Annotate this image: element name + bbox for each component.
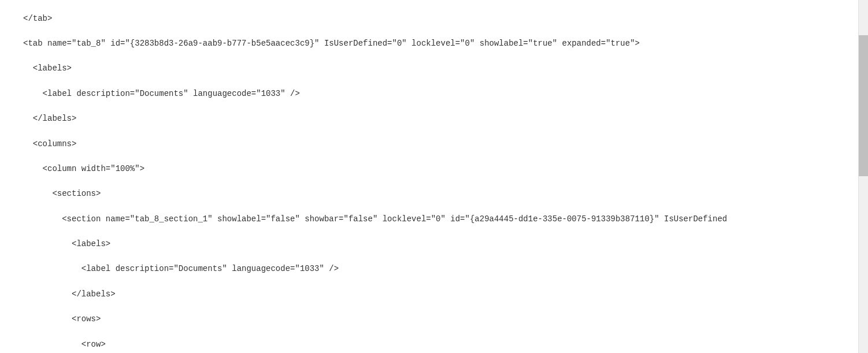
- code-line: <columns>: [23, 138, 868, 151]
- code-line: </labels>: [23, 113, 868, 125]
- code-line: <label description="Documents" languagec…: [23, 88, 868, 101]
- code-line: </labels>: [23, 288, 868, 301]
- code-line: <label description="Documents" languagec…: [23, 263, 868, 276]
- code-line: <column width="100%">: [23, 163, 868, 176]
- code-line: <tab name="tab_8" id="{3283b8d3-26a9-aab…: [23, 38, 868, 50]
- code-line: <rows>: [23, 313, 868, 326]
- scrollbar-thumb[interactable]: [859, 35, 868, 176]
- code-line: <labels>: [23, 62, 868, 75]
- xml-code-block[interactable]: </tab> <tab name="tab_8" id="{3283b8d3-2…: [0, 0, 868, 353]
- code-line: <section name="tab_8_section_1" showlabe…: [23, 213, 868, 226]
- code-line: </tab>: [23, 13, 868, 25]
- code-line: <row>: [23, 339, 868, 351]
- code-line: <sections>: [23, 188, 868, 200]
- vertical-scrollbar[interactable]: [858, 0, 868, 353]
- code-line: <labels>: [23, 238, 868, 251]
